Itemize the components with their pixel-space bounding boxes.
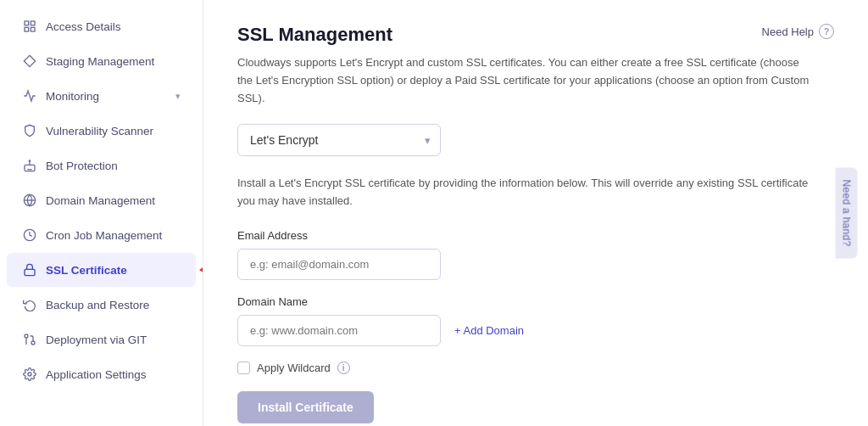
shield-icon xyxy=(22,123,37,138)
sidebar-item-label: Bot Protection xyxy=(46,160,118,172)
sidebar-item-label: Deployment via GIT xyxy=(46,334,147,346)
need-a-hand-tab[interactable]: Need a hand? xyxy=(836,168,858,259)
page-title: SSL Management xyxy=(237,24,834,46)
lock-icon xyxy=(22,262,37,277)
clock-icon xyxy=(22,227,37,243)
svg-point-14 xyxy=(25,334,28,338)
main-content: Need Help ? SSL Management Cloudways sup… xyxy=(203,0,868,426)
sidebar-item-label: Staging Management xyxy=(46,55,154,68)
robot-icon xyxy=(22,158,37,173)
email-input[interactable] xyxy=(237,249,441,280)
chart-icon xyxy=(22,88,37,104)
sidebar-item-label: Access Details xyxy=(46,20,121,33)
wildcard-checkbox[interactable] xyxy=(237,362,250,374)
sidebar-item-domain-management[interactable]: Domain Management xyxy=(7,183,196,217)
instruction-text: Install a Let's Encrypt SSL certificate … xyxy=(237,175,814,210)
svg-rect-1 xyxy=(31,21,35,25)
gear-icon xyxy=(22,367,37,382)
domain-input-row: + Add Domain xyxy=(237,315,678,346)
help-icon: ? xyxy=(819,24,834,39)
email-label: Email Address xyxy=(237,229,678,242)
domain-label: Domain Name xyxy=(237,295,678,308)
sidebar-item-label: Application Settings xyxy=(46,368,147,381)
git-icon xyxy=(22,332,37,347)
svg-rect-2 xyxy=(25,27,29,31)
sidebar-item-access-details[interactable]: Access Details xyxy=(7,9,196,43)
svg-point-6 xyxy=(29,160,30,161)
refresh-icon xyxy=(22,297,37,312)
sidebar: Access Details Staging Management Monito… xyxy=(0,0,203,426)
wildcard-row: Apply Wildcard i xyxy=(237,362,834,374)
svg-point-16 xyxy=(28,373,31,376)
page-description: Cloudways supports Let's Encrypt and cus… xyxy=(237,54,814,107)
svg-marker-4 xyxy=(24,55,35,66)
email-form-group: Email Address xyxy=(237,229,678,280)
ssl-type-dropdown-wrapper: Let's Encrypt Custom SSL ▾ xyxy=(237,124,441,156)
wildcard-label: Apply Wildcard xyxy=(257,362,331,374)
sidebar-item-staging-management[interactable]: Staging Management xyxy=(7,44,196,78)
svg-rect-12 xyxy=(25,269,35,275)
svg-rect-3 xyxy=(31,27,35,31)
need-help-label: Need Help xyxy=(762,25,814,38)
sidebar-item-label: Monitoring xyxy=(46,90,99,103)
sidebar-item-monitoring[interactable]: Monitoring ▾ xyxy=(7,79,196,113)
sidebar-item-ssl-certificate[interactable]: SSL Certificate xyxy=(7,253,196,287)
ssl-type-select[interactable]: Let's Encrypt Custom SSL xyxy=(237,124,441,156)
sidebar-item-label: SSL Certificate xyxy=(46,264,127,277)
sidebar-item-backup-restore[interactable]: Backup and Restore xyxy=(7,288,196,322)
sidebar-item-label: Cron Job Management xyxy=(46,229,162,242)
svg-point-13 xyxy=(31,341,35,345)
domain-input[interactable] xyxy=(237,315,441,346)
diamond-icon xyxy=(22,53,37,69)
need-help-button[interactable]: Need Help ? xyxy=(762,24,834,39)
sidebar-item-vulnerability-scanner[interactable]: Vulnerability Scanner xyxy=(7,114,196,148)
sidebar-item-cron-job[interactable]: Cron Job Management xyxy=(7,218,196,252)
svg-rect-5 xyxy=(25,165,35,171)
chevron-down-icon: ▾ xyxy=(175,91,181,102)
install-certificate-button[interactable]: Install Certificate xyxy=(237,391,374,423)
sidebar-item-bot-protection[interactable]: Bot Protection xyxy=(7,149,196,182)
add-domain-link[interactable]: + Add Domain xyxy=(454,324,524,337)
sidebar-item-application-settings[interactable]: Application Settings xyxy=(7,357,196,391)
globe-icon xyxy=(22,193,37,208)
domain-form-group: Domain Name + Add Domain xyxy=(237,295,678,346)
sidebar-item-label: Domain Management xyxy=(46,194,155,207)
sidebar-item-label: Vulnerability Scanner xyxy=(46,125,153,137)
wildcard-info-icon[interactable]: i xyxy=(337,362,350,374)
grid-icon xyxy=(22,19,37,34)
sidebar-item-label: Backup and Restore xyxy=(46,299,149,311)
svg-rect-0 xyxy=(25,21,29,25)
sidebar-item-deployment-git[interactable]: Deployment via GIT xyxy=(7,322,196,356)
